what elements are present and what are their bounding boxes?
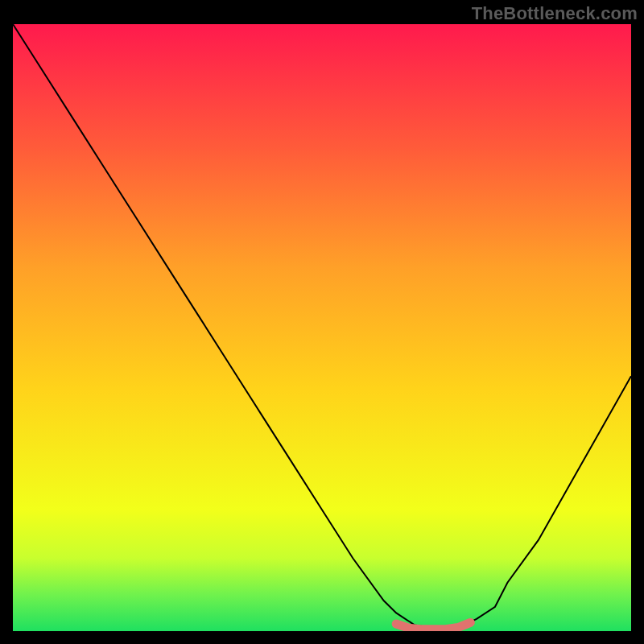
- chart-svg: [13, 24, 631, 631]
- chart-frame: TheBottleneck.com: [0, 0, 644, 644]
- watermark-text: TheBottleneck.com: [472, 3, 638, 24]
- plot-area: [13, 24, 631, 631]
